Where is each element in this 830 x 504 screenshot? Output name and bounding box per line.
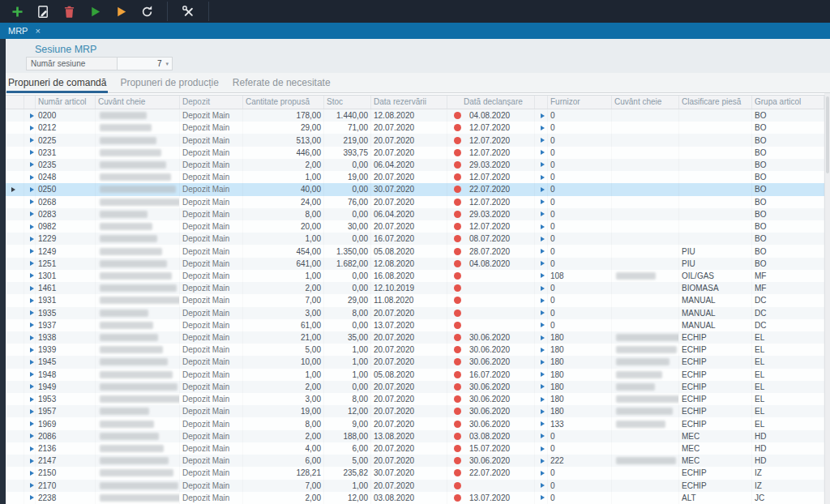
tools-button[interactable]: [181, 4, 195, 19]
expand-row-icon[interactable]: [24, 331, 36, 344]
expand-supplier-icon[interactable]: [535, 467, 548, 479]
table-row[interactable]: 1948Depozit Main1,001,0005.08.202016.07.…: [6, 369, 824, 381]
expand-row-icon[interactable]: [24, 122, 36, 134]
table-row[interactable]: 2170Depozit Main7,001,0020.07.20200ECHIP…: [6, 480, 824, 492]
refresh-button[interactable]: [139, 4, 154, 19]
expand-supplier-icon[interactable]: [535, 480, 548, 492]
expand-supplier-icon[interactable]: [535, 147, 548, 159]
table-row[interactable]: 0982Depozit Main20,0030,0020.07.202012.0…: [6, 220, 824, 233]
table-row[interactable]: 1945Depozit Main10,001,0020.07.202030.06…: [6, 356, 824, 368]
table-row[interactable]: 1251Depozit Main641,001.682,0012.08.2020…: [6, 258, 824, 270]
expand-supplier-icon[interactable]: [535, 417, 548, 429]
header-article-number[interactable]: Număr articol: [36, 96, 96, 109]
header-keyword-redacted[interactable]: Cuvânt cheie: [96, 96, 180, 109]
expand-row-icon[interactable]: [24, 393, 36, 405]
expand-row-icon[interactable]: [24, 183, 36, 195]
expand-supplier-icon[interactable]: [535, 208, 548, 220]
expand-supplier-icon[interactable]: [535, 356, 548, 368]
expand-row-icon[interactable]: [24, 356, 36, 368]
expand-supplier-icon[interactable]: [535, 183, 548, 195]
expand-row-icon[interactable]: [24, 467, 36, 479]
table-row[interactable]: 2150Depozit Main128,21235,8230.07.202022…: [6, 467, 824, 479]
expand-row-icon[interactable]: [24, 245, 36, 257]
expand-row-icon[interactable]: [24, 405, 36, 417]
expand-row-icon[interactable]: [24, 220, 36, 233]
expand-supplier-icon[interactable]: [535, 319, 548, 331]
expand-supplier-icon[interactable]: [535, 245, 548, 257]
expand-supplier-icon[interactable]: [535, 492, 548, 504]
table-row[interactable]: 1938Depozit Main21,0035,0020.07.202030.0…: [6, 331, 824, 344]
expand-supplier-icon[interactable]: [535, 233, 548, 245]
expand-row-icon[interactable]: [24, 430, 36, 442]
expand-row-icon[interactable]: [24, 270, 36, 282]
header-part-class[interactable]: Clasificare piesă: [679, 96, 752, 109]
tab-propuneri-productie[interactable]: Propuneri de producție: [120, 73, 218, 93]
expand-supplier-icon[interactable]: [535, 294, 548, 306]
tab-mrp[interactable]: MRP ×: [8, 23, 41, 39]
table-row[interactable]: 1953Depozit Main3,008,0020.07.202030.06.…: [6, 393, 824, 405]
table-row[interactable]: 0248Depozit Main1,0019,0020.07.202012.07…: [6, 171, 824, 183]
expand-supplier-icon[interactable]: [535, 109, 548, 122]
table-row[interactable]: 0200Depozit Main178,001.440,0012.08.2020…: [6, 109, 824, 122]
table-row[interactable]: 1957Depozit Main19,0012,0020.07.202030.0…: [6, 405, 824, 417]
expand-row-icon[interactable]: [24, 134, 36, 146]
header-proposed-qty[interactable]: Cantitate propusă: [243, 96, 324, 109]
close-icon[interactable]: ×: [35, 27, 40, 35]
table-row[interactable]: 1461Depozit Main2,000,0012.10.20190BIOMA…: [6, 282, 824, 294]
expand-row-icon[interactable]: [24, 109, 36, 122]
table-row[interactable]: 2136Depozit Main4,006,0020.07.202015.07.…: [6, 442, 824, 455]
expand-supplier-icon[interactable]: [535, 258, 548, 270]
table-row[interactable]: 1931Depozit Main7,0029,0011.08.20200MANU…: [6, 294, 824, 306]
expand-supplier-icon[interactable]: [535, 430, 548, 442]
expand-supplier-icon[interactable]: [535, 196, 548, 208]
expand-row-icon[interactable]: [24, 307, 36, 319]
expand-supplier-icon[interactable]: [535, 405, 548, 417]
table-row[interactable]: 0231Depozit Main446,00393,7520.07.202012…: [6, 147, 824, 159]
expand-supplier-icon[interactable]: [535, 455, 548, 467]
session-number-dropdown[interactable]: 7 ▾: [118, 57, 173, 70]
table-row[interactable]: 2147Depozit Main6,005,0020.07.202030.06.…: [6, 455, 824, 467]
expand-supplier-icon[interactable]: [535, 282, 548, 294]
table-row[interactable]: 1229Depozit Main1,000,0016.07.202008.07.…: [6, 233, 824, 245]
expand-supplier-icon[interactable]: [535, 134, 548, 146]
table-row[interactable]: 1249Depozit Main454,001.350,0005.08.2020…: [6, 245, 824, 257]
table-row[interactable]: 0235Depozit Main2,000,0006.04.202029.03.…: [6, 159, 824, 171]
expand-supplier-icon[interactable]: [535, 171, 548, 183]
expand-row-icon[interactable]: [24, 417, 36, 429]
expand-supplier-icon[interactable]: [535, 393, 548, 405]
expand-supplier-icon[interactable]: [535, 381, 548, 393]
expand-row-icon[interactable]: [24, 171, 36, 183]
edit-document-button[interactable]: [36, 4, 50, 19]
vertical-scrollbar[interactable]: [824, 95, 830, 504]
add-button[interactable]: [10, 4, 24, 19]
table-row[interactable]: 2086Depozit Main2,00188,0013.08.202003.0…: [6, 430, 824, 442]
expand-row-icon[interactable]: [24, 196, 36, 208]
table-row[interactable]: 1937Depozit Main61,000,0013.07.20200MANU…: [6, 319, 824, 331]
header-supplier-keyword[interactable]: Cuvânt cheie: [612, 96, 679, 109]
expand-row-icon[interactable]: [24, 455, 36, 467]
table-row[interactable]: 0225Depozit Main513,00219,0020.07.202012…: [6, 134, 824, 146]
table-row[interactable]: 1935Depozit Main3,008,0020.07.20200MANUA…: [6, 307, 824, 319]
expand-row-icon[interactable]: [24, 369, 36, 381]
expand-row-icon[interactable]: [24, 147, 36, 159]
expand-supplier-icon[interactable]: [535, 270, 548, 282]
expand-row-icon[interactable]: [24, 258, 36, 270]
expand-supplier-icon[interactable]: [535, 159, 548, 171]
table-row[interactable]: 1301Depozit Main1,000,0016.08.2020108OIL…: [6, 270, 824, 282]
tab-referate-necesitate[interactable]: Referate de necesitate: [233, 73, 331, 93]
expand-supplier-icon[interactable]: [535, 344, 548, 356]
table-row[interactable]: 0212Depozit Main29,0071,0020.07.202012.0…: [6, 122, 824, 134]
expand-supplier-icon[interactable]: [535, 331, 548, 344]
table-row[interactable]: 1939Depozit Main5,001,0020.07.202030.06.…: [6, 344, 824, 356]
table-row[interactable]: 1969Depozit Main8,009,0020.07.202030.06.…: [6, 417, 824, 429]
header-article-group[interactable]: Grupa articol: [752, 96, 824, 109]
expand-row-icon[interactable]: [24, 442, 36, 455]
table-row[interactable]: 1949Depozit Main2,000,0020.07.202030.06.…: [6, 381, 824, 393]
table-row[interactable]: 0268Depozit Main24,0076,0020.07.202012.0…: [6, 196, 824, 208]
table-row[interactable]: 0250Depozit Main40,000,0030.07.202022.07…: [6, 183, 824, 195]
header-stock[interactable]: Stoc: [324, 96, 371, 109]
expand-row-icon[interactable]: [24, 344, 36, 356]
expand-supplier-icon[interactable]: [535, 122, 548, 134]
expand-row-icon[interactable]: [24, 492, 36, 504]
run-button[interactable]: [88, 4, 102, 19]
